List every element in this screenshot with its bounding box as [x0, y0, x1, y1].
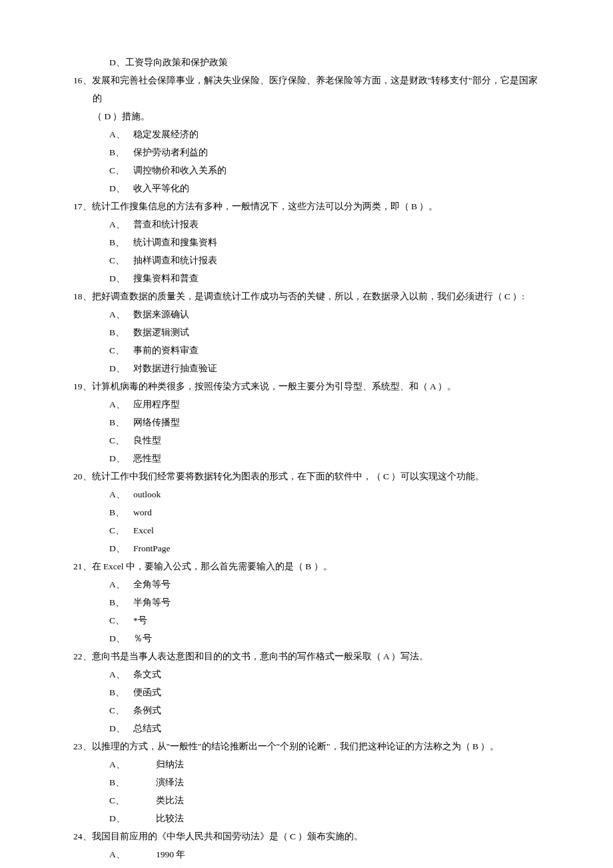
- option-label: D、: [109, 719, 133, 737]
- option-label: C、: [109, 611, 133, 629]
- option-c: C、事前的资料审查: [73, 341, 540, 359]
- option-label: B、: [109, 413, 133, 431]
- option-label: C、: [109, 251, 133, 269]
- option-text: 比较法: [156, 813, 184, 823]
- option-label: C、: [109, 431, 133, 449]
- option-text: 条文式: [133, 669, 161, 679]
- option-label: B、: [109, 863, 156, 868]
- option-a: A、outlook: [73, 485, 540, 503]
- question-21: 21、在 Excel 中，要输入公式，那么首先需要输入的是（ B ）。: [73, 557, 540, 575]
- option-a: A、数据来源确认: [73, 305, 540, 323]
- option-d: D、对数据进行抽查验证: [73, 359, 540, 377]
- q-number: 21、: [73, 561, 92, 571]
- option-label: C、: [109, 341, 133, 359]
- option-d: D、％号: [73, 629, 540, 647]
- option-c: C、Excel: [73, 521, 540, 539]
- q-text: 把好调查数据的质量关，是调查统计工作成功与否的关键，所以，在数据录入以前，我们必…: [92, 291, 525, 301]
- question-23: 23、以推理的方式，从"一般性"的结论推断出一个"个别的论断"，我们把这种论证的…: [73, 737, 540, 755]
- question-22: 22、意向书是当事人表达意图和目的的文书，意向书的写作格式一般采取（ A ）写法…: [73, 647, 540, 665]
- option-label: A、: [109, 125, 133, 143]
- option-text: 演绎法: [156, 777, 184, 787]
- option-d-orphan: D、工资导向政策和保护政策: [73, 53, 540, 71]
- option-text: 总结式: [133, 723, 161, 733]
- option-b: B、保护劳动者利益的: [73, 143, 540, 161]
- option-text: 调控物价和收入关系的: [133, 165, 227, 175]
- option-text: 数据逻辑测试: [133, 327, 189, 337]
- option-label: C、: [109, 521, 133, 539]
- q-number: 24、: [73, 831, 92, 841]
- option-label: A、: [109, 395, 133, 413]
- option-text: 全角等号: [133, 579, 171, 589]
- option-label: D、: [109, 179, 133, 197]
- q-text: 我国目前应用的《中华人民共和国劳动法》是（ C ）颁布实施的。: [92, 831, 364, 841]
- q-text: 计算机病毒的种类很多，按照传染方式来说，一般主要分为引导型、系统型、和（ A ）…: [92, 381, 457, 391]
- option-d: D、比较法: [73, 809, 540, 827]
- q-text: 以推理的方式，从"一般性"的结论推断出一个"个别的论断"，我们把这种论证的方法称…: [92, 741, 500, 751]
- option-label: B、: [109, 593, 133, 611]
- option-label: A、: [109, 755, 156, 773]
- option-label: A、: [109, 215, 133, 233]
- option-label: C、: [109, 701, 133, 719]
- option-c: C、*号: [73, 611, 540, 629]
- option-label: B、: [109, 143, 133, 161]
- question-24: 24、我国目前应用的《中华人民共和国劳动法》是（ C ）颁布实施的。: [73, 827, 540, 845]
- option-text: 统计调查和搜集资料: [133, 237, 217, 247]
- option-b: B、半角等号: [73, 593, 540, 611]
- option-b: B、网络传播型: [73, 413, 540, 431]
- q-number: 18、: [73, 291, 92, 301]
- option-d: D、收入平等化的: [73, 179, 540, 197]
- option-label: A、: [109, 845, 156, 863]
- option-text: 应用程序型: [133, 399, 180, 409]
- option-text: 数据来源确认: [133, 309, 189, 319]
- q-text: 发展和完善社会保障事业，解决失业保险、医疗保险、养老保险等方面，这是财政"转移支…: [92, 75, 538, 103]
- option-text: 抽样调查和统计报表: [133, 255, 217, 265]
- option-text: 1990 年: [156, 849, 185, 859]
- option-label: C、: [109, 791, 156, 809]
- option-a: A、归纳法: [73, 755, 540, 773]
- option-c: C、调控物价和收入关系的: [73, 161, 540, 179]
- option-text: word: [133, 507, 152, 517]
- option-c: C、类比法: [73, 791, 540, 809]
- option-b: B、1992 年: [73, 863, 540, 868]
- option-text: *号: [133, 615, 147, 625]
- option-d: D、总结式: [73, 719, 540, 737]
- option-label: D、: [109, 809, 156, 827]
- option-a: A、1990 年: [73, 845, 540, 863]
- question-20: 20、统计工作中我们经常要将数据转化为图表的形式，在下面的软件中，（ C ）可以…: [73, 467, 540, 485]
- option-b: B、数据逻辑测试: [73, 323, 540, 341]
- option-text: 搜集资料和普查: [133, 273, 199, 283]
- option-d: D、搜集资料和普查: [73, 269, 540, 287]
- option-text: 对数据进行抽查验证: [133, 363, 217, 373]
- question-18: 18、把好调查数据的质量关，是调查统计工作成功与否的关键，所以，在数据录入以前，…: [73, 287, 540, 305]
- option-c: C、抽样调查和统计报表: [73, 251, 540, 269]
- option-text: 恶性型: [133, 453, 161, 463]
- question-19: 19、计算机病毒的种类很多，按照传染方式来说，一般主要分为引导型、系统型、和（ …: [73, 377, 540, 395]
- option-text: 类比法: [156, 795, 184, 805]
- option-label: A、: [109, 485, 133, 503]
- q-number: 16、: [73, 75, 92, 85]
- option-text: 条例式: [133, 705, 161, 715]
- option-label: A、: [109, 575, 133, 593]
- option-label: B、: [109, 503, 133, 521]
- option-label: B、: [109, 683, 133, 701]
- option-label: D、: [109, 449, 133, 467]
- option-text: 普查和统计报表: [133, 219, 199, 229]
- option-label: B、: [109, 233, 133, 251]
- option-text: FrontPage: [133, 543, 171, 553]
- option-text: ％号: [133, 633, 152, 643]
- option-text: 保护劳动者利益的: [133, 147, 208, 157]
- option-a: A、全角等号: [73, 575, 540, 593]
- option-label: D、: [109, 269, 133, 287]
- option-text: Excel: [133, 525, 154, 535]
- option-label: A、: [109, 305, 133, 323]
- option-d: D、恶性型: [73, 449, 540, 467]
- option-text: 便函式: [133, 687, 161, 697]
- option-label: A、: [109, 665, 133, 683]
- document-page: D、工资导向政策和保护政策 16、发展和完善社会保障事业，解决失业保险、医疗保险…: [0, 0, 613, 868]
- option-text: outlook: [133, 489, 161, 499]
- q-text: 意向书是当事人表达意图和目的的文书，意向书的写作格式一般采取（ A ）写法。: [92, 651, 429, 661]
- option-label: D、: [109, 629, 133, 647]
- option-a: A、稳定发展经济的: [73, 125, 540, 143]
- q-number: 22、: [73, 651, 92, 661]
- option-a: A、条文式: [73, 665, 540, 683]
